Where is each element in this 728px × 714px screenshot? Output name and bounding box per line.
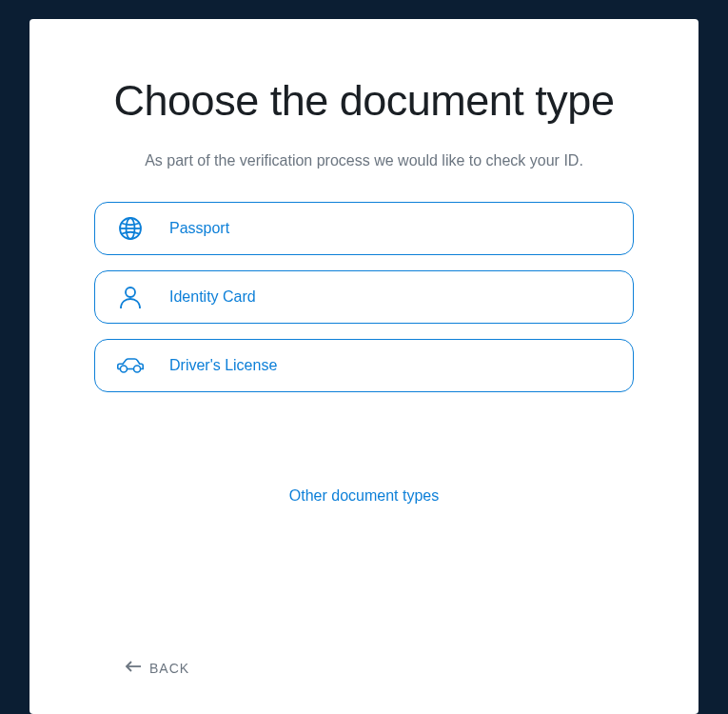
back-label: BACK: [149, 661, 189, 676]
car-icon: [116, 351, 145, 380]
document-type-card: Choose the document type As part of the …: [30, 19, 698, 714]
page-title: Choose the document type: [94, 76, 634, 126]
option-identity-card[interactable]: Identity Card: [94, 270, 634, 324]
svg-point-6: [120, 366, 127, 372]
svg-point-3: [126, 288, 135, 297]
globe-icon: [116, 214, 145, 243]
svg-point-7: [134, 366, 141, 372]
option-label: Driver's License: [169, 357, 277, 374]
option-passport[interactable]: Passport: [94, 202, 634, 255]
page-subtitle: As part of the verification process we w…: [94, 152, 634, 169]
person-icon: [116, 283, 145, 311]
option-label: Passport: [169, 220, 229, 237]
document-options: Passport Identity Card Dr: [94, 202, 634, 392]
option-label: Identity Card: [169, 288, 256, 306]
arrow-left-icon: [125, 660, 142, 676]
back-button[interactable]: BACK: [125, 660, 189, 676]
other-document-types-link[interactable]: Other document types: [94, 487, 634, 505]
option-drivers-license[interactable]: Driver's License: [94, 339, 634, 392]
